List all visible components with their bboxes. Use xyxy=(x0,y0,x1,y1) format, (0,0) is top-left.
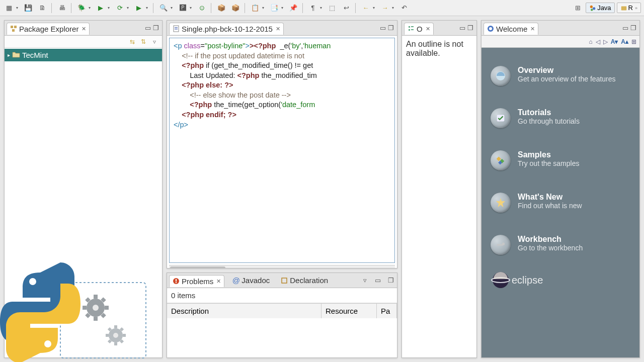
forward-icon[interactable]: → xyxy=(379,2,391,14)
zoom-out-icon[interactable]: A▾ xyxy=(611,38,618,45)
last-edit-icon[interactable]: ↶ xyxy=(398,2,410,14)
toggle-mark-icon[interactable]: 📑 xyxy=(268,2,280,14)
welcome-item-tutorials[interactable]: Tutorials Go through tutorials xyxy=(491,108,630,128)
col-description[interactable]: Description xyxy=(167,304,321,318)
new-package-icon[interactable]: 📦 xyxy=(215,2,227,14)
perspective-java[interactable]: Java xyxy=(586,3,614,13)
debug-icon[interactable]: 🪲 xyxy=(75,2,88,14)
maximize-icon[interactable]: ❐ xyxy=(387,24,395,32)
open-type-icon[interactable]: 🅿 xyxy=(177,2,189,14)
col-path[interactable]: Pa xyxy=(377,304,397,318)
pin-editor-icon[interactable]: 📌 xyxy=(287,2,299,14)
tab-javadoc[interactable]: @ Javadoc xyxy=(229,275,273,286)
open-perspective-icon[interactable]: ⊞ xyxy=(572,2,584,14)
open-task-icon[interactable]: 📋 xyxy=(249,2,261,14)
editor-tab[interactable]: Single.php-bck-10-12-2015 ✕ xyxy=(169,23,284,35)
zoom-in-icon[interactable]: A▴ xyxy=(621,38,628,45)
outline-title: O xyxy=(417,25,423,33)
r-icon xyxy=(620,5,627,12)
minimize-icon[interactable]: ▭ xyxy=(374,277,382,285)
code-editor[interactable]: <p class="post-byline">><?php _e('by','h… xyxy=(169,38,395,263)
toggle-ws-icon[interactable]: ¶ xyxy=(307,2,319,14)
tab-declaration[interactable]: Declaration xyxy=(278,275,331,286)
minimize-icon[interactable]: ▭ xyxy=(621,24,629,32)
link-editor-icon[interactable]: ⇅ xyxy=(139,37,148,46)
new-class-icon[interactable]: 📦 xyxy=(229,2,242,14)
run-last-icon[interactable]: ⟳ xyxy=(114,2,126,14)
svg-marker-48 xyxy=(496,198,505,207)
minimize-icon[interactable]: ▭ xyxy=(144,24,152,32)
run-icon[interactable]: ▶ xyxy=(95,2,107,14)
maximize-icon[interactable]: ❐ xyxy=(466,24,474,32)
dropdown-icon[interactable]: ▾ xyxy=(320,6,324,10)
welcome-item-title: Tutorials xyxy=(518,108,580,117)
minimize-icon[interactable]: ▭ xyxy=(379,24,387,32)
view-menu-icon[interactable]: ▿ xyxy=(361,277,369,285)
save-icon[interactable]: 💾 xyxy=(22,2,34,14)
maximize-icon[interactable]: ❐ xyxy=(152,24,160,32)
welcome-icon xyxy=(487,25,494,32)
project-tecmint[interactable]: ▸ TecMint xyxy=(5,49,162,61)
svg-rect-36 xyxy=(282,278,287,283)
dropdown-icon[interactable]: ▾ xyxy=(108,6,112,10)
view-menu-icon[interactable]: ▿ xyxy=(150,37,159,46)
tab-declaration-label: Declaration xyxy=(290,276,328,285)
close-icon[interactable]: ✕ xyxy=(530,26,535,32)
close-icon[interactable]: ✕ xyxy=(276,26,280,32)
minimize-icon[interactable]: ▭ xyxy=(458,24,466,32)
close-icon[interactable]: ✕ xyxy=(426,26,430,32)
package-explorer-tab[interactable]: Package Explorer ✕ xyxy=(7,23,90,35)
welcome-item-overview[interactable]: Overview Get an overview of the features xyxy=(491,66,630,86)
print-icon[interactable]: 🖶 xyxy=(56,2,68,14)
maximize-icon[interactable]: ❐ xyxy=(387,277,395,285)
block-select-icon[interactable]: ⬚ xyxy=(326,2,338,14)
dropdown-icon[interactable]: ▾ xyxy=(373,6,377,10)
toggle-breakpoint-icon[interactable]: ⊙ xyxy=(196,2,208,14)
word-wrap-icon[interactable]: ↩ xyxy=(340,2,352,14)
nav-back-icon[interactable]: ◁ xyxy=(596,38,600,45)
save-all-icon[interactable]: 🗎 xyxy=(36,2,48,14)
welcome-item-title: Workbench xyxy=(518,235,583,244)
dropdown-icon[interactable]: ▾ xyxy=(190,6,194,10)
dropdown-icon[interactable]: ▾ xyxy=(262,6,266,10)
dropdown-icon[interactable]: ▾ xyxy=(146,6,150,10)
declaration-icon xyxy=(281,277,288,284)
home-icon[interactable]: ⌂ xyxy=(589,38,592,45)
welcome-item-workbench[interactable]: Workbench Go to the workbench xyxy=(491,235,630,255)
workbench-icon xyxy=(491,235,511,255)
nav-fwd-icon[interactable]: ▷ xyxy=(603,38,608,45)
svg-rect-3 xyxy=(621,6,626,10)
dropdown-icon[interactable]: ▾ xyxy=(89,6,93,10)
svg-rect-31 xyxy=(175,27,178,28)
dropdown-icon[interactable]: ▾ xyxy=(16,6,20,10)
customize-icon[interactable]: ⊞ xyxy=(631,38,636,45)
new-icon[interactable]: ▦ xyxy=(3,2,15,14)
col-resource[interactable]: Resource xyxy=(321,304,377,318)
svg-rect-39 xyxy=(409,29,410,31)
samples-icon xyxy=(491,150,511,170)
horizontal-scrollbar[interactable] xyxy=(169,265,395,268)
external-tools-icon[interactable]: ▶ xyxy=(133,2,145,14)
dropdown-icon[interactable]: ▾ xyxy=(281,6,285,10)
maximize-icon[interactable]: ❐ xyxy=(629,24,637,32)
welcome-view: Welcome ✕ ▭ ❐ ⌂ ◁ ▷ A▾ A▴ ⊞ Overview xyxy=(481,20,640,358)
close-icon[interactable]: ✕ xyxy=(82,26,86,32)
outline-tab[interactable]: O ✕ xyxy=(404,23,434,35)
welcome-item-whatsnew[interactable]: What's New Find out what is new xyxy=(491,193,630,213)
tab-problems[interactable]: Problems ✕ xyxy=(169,275,224,287)
svg-rect-32 xyxy=(175,29,178,30)
java-icon xyxy=(589,5,596,12)
search-icon[interactable]: 🔍 xyxy=(157,2,170,14)
close-icon[interactable]: ✕ xyxy=(216,278,221,285)
welcome-item-subtitle: Go through tutorials xyxy=(518,117,580,125)
dropdown-icon[interactable]: ▾ xyxy=(392,6,396,10)
welcome-item-samples[interactable]: Samples Try out the samples xyxy=(491,150,630,170)
welcome-tab[interactable]: Welcome ✕ xyxy=(484,23,538,35)
perspective-r[interactable]: R » xyxy=(617,3,641,13)
collapse-all-icon[interactable]: ⇆ xyxy=(128,37,137,46)
dropdown-icon[interactable]: ▾ xyxy=(127,6,131,10)
dropdown-icon[interactable]: ▾ xyxy=(171,6,175,10)
welcome-item-title: What's New xyxy=(518,193,582,202)
back-icon[interactable]: ← xyxy=(360,2,372,14)
expand-arrow-icon[interactable]: ▸ xyxy=(8,52,10,58)
